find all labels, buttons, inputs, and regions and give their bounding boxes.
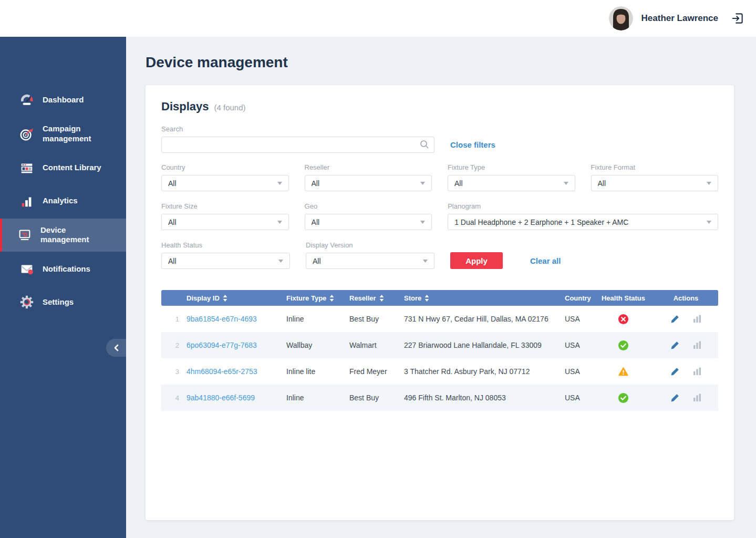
display-id-link[interactable]: 9ab41880-e66f-5699 [187,394,286,402]
close-filters-link[interactable]: Close filters [450,140,495,149]
pencil-icon [670,341,679,350]
fixture-type-cell: Inline [286,315,349,323]
sidebar-item-label: Dashboard [43,95,84,105]
country-cell: USA [556,341,593,349]
health-warning-icon [618,367,628,377]
campaign-target-icon [19,126,35,142]
sidebar-item-device-management[interactable]: Device management [0,219,126,252]
fixture-type-filter-label: Fixture Type [448,163,575,171]
reseller-cell: Best Buy [349,315,404,323]
app-root: Heather Lawrence Dashboard [0,0,756,538]
edit-button[interactable] [670,394,679,402]
sidebar-item-label: Notifications [43,264,90,274]
pencil-icon [670,315,679,324]
bar-chart-icon [693,394,701,401]
stats-button[interactable] [693,394,701,402]
stats-button[interactable] [693,315,701,324]
avatar-photo [609,6,633,30]
fixture-type-select[interactable]: All [448,175,575,191]
edit-button[interactable] [670,315,679,324]
display-version-select[interactable]: All [306,253,434,269]
edit-button[interactable] [670,367,679,376]
fixture-size-filter-label: Fixture Size [161,202,289,210]
country-cell: USA [556,367,593,376]
chevron-left-icon [113,344,119,351]
sidebar-item-notifications[interactable]: Notifications [0,253,126,285]
planogram-select[interactable]: 1 Dual Headphone + 2 Earphone + 1 Speake… [448,214,718,230]
edit-button[interactable] [670,341,679,350]
bar-chart-icon [693,315,701,323]
health-ok-icon [618,393,628,403]
sidebar-collapse-button[interactable] [106,339,126,357]
fixture-format-filter-label: Fixture Format [591,163,719,171]
pencil-icon [670,367,679,376]
fixture-format-select[interactable]: All [591,175,719,191]
sidebar: Dashboard Campaign management [0,37,126,538]
apply-button[interactable]: Apply [450,252,503,269]
reseller-cell: Best Buy [349,394,404,402]
table-row: 4 9ab41880-e66f-5699 Inline Best Buy 496… [161,385,718,411]
top-bar: Heather Lawrence [0,0,756,37]
row-number: 1 [161,315,187,323]
sidebar-item-campaign-management[interactable]: Campaign management [0,117,126,151]
country-select[interactable]: All [161,175,289,191]
display-id-link[interactable]: 4hm68094-e65r-2753 [187,367,286,376]
reseller-filter-label: Reseller [305,163,432,171]
sidebar-item-label: Settings [43,297,74,307]
fixture-type-cell: Inline [286,394,349,402]
filters-panel: Country All Reseller All [161,163,718,269]
reseller-column-header[interactable]: Reseller [349,294,404,302]
display-id-column-header[interactable]: Display ID [187,294,286,302]
country-column-header[interactable]: Country [556,294,593,302]
health-status-column-header: Health Status [593,294,654,302]
store-cell: 731 N Hwy 67, Cedar Hill, Dallas, MA 021… [404,315,556,323]
settings-gear-icon [19,294,35,310]
health-status-filter-label: Health Status [161,241,290,249]
section-title: Displays [161,100,209,113]
displays-card: Displays (4 found) Search Close fil [146,85,734,520]
health-status-select[interactable]: All [161,253,290,269]
notifications-envelope-icon [19,261,35,277]
store-cell: 3 Thatcher Rd. Asbury Park, NJ 07712 [404,367,556,376]
logout-icon[interactable] [731,12,744,25]
reseller-select[interactable]: All [305,175,432,191]
sort-icon [424,295,429,302]
display-version-filter-label: Display Version [306,241,434,249]
chevron-down-icon [564,182,568,185]
geo-filter-label: Geo [305,202,432,210]
analytics-bars-icon [19,193,35,209]
fixture-type-cell: Inline lite [286,367,349,376]
display-id-link[interactable]: 6po63094-e77g-7683 [187,341,286,349]
sidebar-item-content-library[interactable]: Content Library [0,152,126,184]
table-header: Display ID Fixture Type Reseller Store [161,290,718,306]
sidebar-item-settings[interactable]: Settings [0,286,126,318]
sort-icon [329,295,334,302]
avatar[interactable] [609,6,633,30]
health-status-icon [593,314,654,324]
content-library-icon [19,160,35,176]
stats-button[interactable] [693,341,701,350]
chevron-down-icon [423,260,428,263]
fixture-type-cell: Wallbay [286,341,349,349]
search-icon [420,140,429,151]
bar-chart-icon [693,367,701,375]
sidebar-item-analytics[interactable]: Analytics [0,185,126,217]
table-body: 1 9ba61854-e67n-4693 Inline Best Buy 731… [161,306,718,411]
chevron-down-icon [278,260,283,263]
bar-chart-icon [693,341,701,349]
fixture-size-select[interactable]: All [161,214,289,230]
sidebar-item-dashboard[interactable]: Dashboard [0,84,126,116]
health-error-icon [618,314,628,324]
display-id-link[interactable]: 9ba61854-e67n-4693 [187,315,286,323]
chevron-down-icon [707,182,711,185]
planogram-filter-label: Planogram [448,202,718,210]
actions-column-header: Actions [654,294,718,302]
store-column-header[interactable]: Store [404,294,556,302]
displays-table: Display ID Fixture Type Reseller Store [161,290,718,411]
stats-button[interactable] [693,367,701,376]
fixture-type-column-header[interactable]: Fixture Type [286,294,349,302]
geo-select[interactable]: All [305,214,432,230]
clear-all-link[interactable]: Clear all [530,256,561,265]
search-input[interactable] [161,137,434,153]
chevron-down-icon [277,182,282,185]
